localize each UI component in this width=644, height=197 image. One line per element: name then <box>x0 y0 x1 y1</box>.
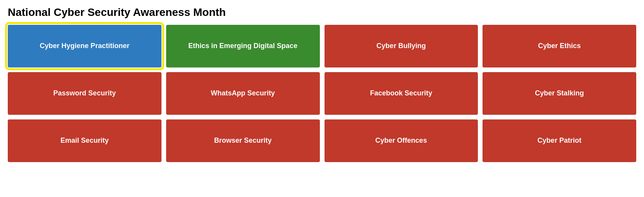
cyber-bullying-label: Cyber Bullying <box>377 41 426 50</box>
password-security-label: Password Security <box>53 89 116 98</box>
cyber-patriot-label: Cyber Patriot <box>538 136 582 145</box>
ethics-in-emerging-digital-space-label: Ethics in Emerging Digital Space <box>188 41 297 50</box>
cyber-offences-card[interactable]: Cyber Offences <box>325 119 478 162</box>
cyber-ethics-card[interactable]: Cyber Ethics <box>483 25 636 67</box>
password-security-card[interactable]: Password Security <box>8 72 161 115</box>
whatsapp-security-card[interactable]: WhatsApp Security <box>166 72 320 115</box>
cyber-patriot-card[interactable]: Cyber Patriot <box>483 119 636 162</box>
email-security-card[interactable]: Email Security <box>8 119 161 162</box>
cyber-stalking-card[interactable]: Cyber Stalking <box>483 72 636 115</box>
cyber-ethics-label: Cyber Ethics <box>538 41 581 50</box>
page-title: National Cyber Security Awareness Month <box>8 6 636 19</box>
cyber-bullying-card[interactable]: Cyber Bullying <box>325 25 478 67</box>
cyber-stalking-label: Cyber Stalking <box>535 89 584 98</box>
cyber-hygiene-practitioner-card[interactable]: Cyber Hygiene Practitioner <box>8 25 161 67</box>
whatsapp-security-label: WhatsApp Security <box>211 89 275 98</box>
cyber-offences-label: Cyber Offences <box>375 136 427 145</box>
facebook-security-card[interactable]: Facebook Security <box>325 72 478 115</box>
email-security-label: Email Security <box>61 136 109 145</box>
ethics-in-emerging-digital-space-card[interactable]: Ethics in Emerging Digital Space <box>166 25 320 67</box>
cyber-hygiene-practitioner-label: Cyber Hygiene Practitioner <box>40 41 129 50</box>
card-grid: Cyber Hygiene PractitionerEthics in Emer… <box>8 25 636 162</box>
facebook-security-label: Facebook Security <box>370 89 432 98</box>
browser-security-card[interactable]: Browser Security <box>166 119 320 162</box>
browser-security-label: Browser Security <box>214 136 272 145</box>
